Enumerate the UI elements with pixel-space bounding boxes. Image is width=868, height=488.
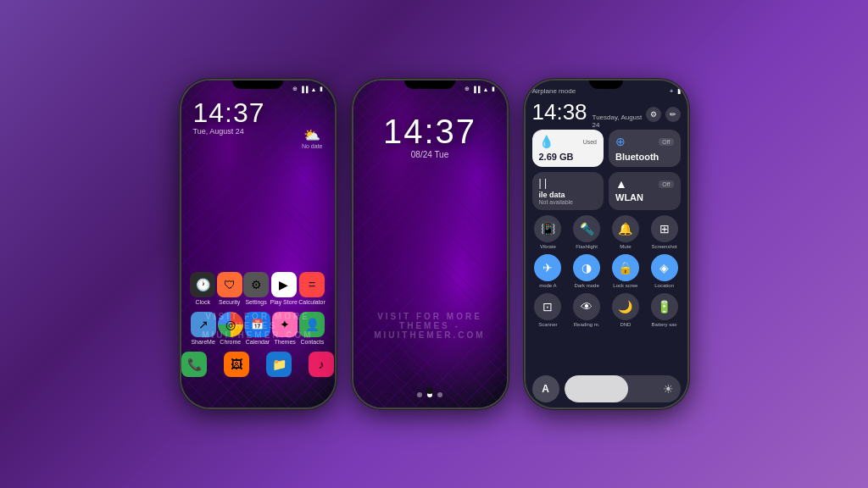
battery-icon-2: ▮: [492, 86, 495, 92]
app-security[interactable]: 🛡 Security: [217, 272, 242, 305]
ctrl-header-icons: + ▮: [670, 87, 681, 95]
ctrl-toggle-row-2: ✈ mode A ◑ Dark mode 🔒 Lock scree ◈ Loca…: [532, 254, 681, 288]
mobile-data-status: Not available: [539, 199, 598, 205]
app-gallery[interactable]: 🖼: [224, 352, 249, 377]
mute-btn[interactable]: 🔔 Mute: [612, 215, 639, 249]
dnd-icon: 🌙: [612, 293, 639, 320]
screenshot-icon: ⊞: [651, 215, 678, 242]
ctrl-bottom-row: A ☀: [532, 375, 681, 402]
no-date-label: No date: [302, 143, 323, 149]
app-icon-themes: ✦: [272, 312, 298, 337]
app-row-1: 🕐 Clock 🛡 Security ⚙ Settings ▶ Play Sto…: [190, 272, 326, 305]
bluetooth-off-label: Off: [659, 138, 673, 146]
scanner-btn[interactable]: ⊡ Scanner: [534, 293, 561, 327]
notch-3: [589, 80, 623, 89]
battery-save-label: Battery sav: [652, 322, 677, 327]
scanner-label: Scanner: [538, 322, 557, 327]
app-label-shareme: ShareMe: [191, 339, 214, 345]
app-phone[interactable]: 📞: [181, 352, 207, 377]
phone1-weather: ⛅ No date: [302, 127, 323, 149]
screenshot-label: Screenshot: [651, 244, 676, 249]
app-icon-shareme: ↗: [191, 312, 216, 337]
flashlight-btn[interactable]: 🔦 Flashlight: [573, 215, 600, 249]
app-contacts[interactable]: 👤 Contacts: [299, 312, 325, 345]
ctrl-date: Tuesday, August 24: [593, 114, 646, 129]
edit-icon-ctrl[interactable]: ✏: [665, 107, 681, 122]
app-icon-files: 📁: [266, 352, 292, 377]
app-calendar[interactable]: 📅 Calendar: [245, 312, 270, 345]
status-icons-2: ⊕ ▐▐ ▲ ▮: [465, 86, 495, 92]
ctrl-action-icons: ⚙ ✏: [646, 107, 681, 122]
signal-icon-2: ▐▐: [472, 86, 481, 92]
brightness-bar[interactable]: ☀: [565, 375, 681, 402]
phone1-time: 14:37: [193, 97, 265, 129]
ctrl-time-row: 14:38 Tuesday, August 24 ⚙ ✏: [526, 99, 687, 129]
plus-icon[interactable]: +: [670, 87, 674, 95]
app-icon-calculator: =: [299, 272, 325, 297]
a-button[interactable]: A: [532, 375, 559, 402]
app-shareme[interactable]: ↗ ShareMe: [191, 312, 216, 345]
vibrate-label: Vibrate: [540, 244, 556, 249]
app-playstore[interactable]: ▶ Play Store: [270, 272, 298, 305]
reading-btn[interactable]: 👁 Reading m.: [573, 293, 600, 327]
app-icon-security: 🛡: [217, 272, 242, 297]
lockscreen-icon: 🔒: [612, 254, 639, 281]
app-grid-1: 🕐 Clock 🛡 Security ⚙ Settings ▶ Play Sto…: [181, 272, 335, 384]
dot-3: [437, 392, 442, 397]
data-icon: 💧: [539, 135, 554, 148]
mute-icon: 🔔: [612, 215, 639, 242]
app-files[interactable]: 📁: [266, 352, 292, 377]
ctrl-bluetooth-card[interactable]: ⊕ Off Bluetooth: [609, 130, 681, 167]
location-btn[interactable]: ◈ Location: [651, 254, 678, 288]
phone-clock: ⊕ ▐▐ ▲ ▮ 14:37 08/24 Tue VISIT FOR MORE …: [352, 79, 509, 409]
dnd-label: DND: [620, 322, 631, 327]
airplane-label: mode A: [539, 283, 556, 288]
app-chrome[interactable]: ◎ Chrome: [218, 312, 243, 345]
location-icon: ◈: [651, 254, 678, 281]
app-label-settings: Settings: [245, 299, 266, 305]
notch-2: [404, 80, 455, 89]
wlan-off-label: Off: [659, 180, 673, 188]
ctrl-cards-section: 💧 Used 2.69 GB ⊕ Off Bluetooth: [532, 130, 681, 332]
ctrl-wlan-card[interactable]: ▲ Off WLAN: [609, 172, 681, 210]
ctrl-time: 14:38: [532, 99, 587, 125]
app-row-3: 📞 🖼 📁 ♪: [190, 352, 326, 377]
camera-hole-2: [426, 387, 433, 394]
dnd-btn[interactable]: 🌙 DND: [612, 293, 639, 327]
app-calculator[interactable]: = Calculator: [298, 272, 326, 305]
darkmode-btn[interactable]: ◑ Dark mode: [573, 254, 600, 288]
brightness-icon: ☀: [663, 382, 674, 396]
app-settings[interactable]: ⚙ Settings: [243, 272, 269, 305]
app-label-contacts: Contacts: [301, 339, 325, 345]
bluetooth-icon-1: ⊕: [292, 86, 298, 92]
battery-save-btn[interactable]: 🔋 Battery sav: [651, 293, 678, 327]
flashlight-label: Flashlight: [576, 244, 598, 249]
app-icon-calendar: 📅: [245, 312, 270, 337]
battery-icon-1: ▮: [320, 86, 323, 92]
scanner-icon: ⊡: [534, 293, 561, 320]
ctrl-mobile-card[interactable]: | | ile data Not available: [532, 172, 604, 210]
ctrl-time-section: 14:38 Tuesday, August 24: [532, 99, 646, 129]
notch-1: [232, 80, 283, 89]
phone2-date: 08/24 Tue: [411, 150, 448, 159]
wifi-icon-1: ▲: [311, 86, 317, 92]
airplane-btn[interactable]: ✈ mode A: [534, 254, 561, 288]
status-icons-1: ⊕ ▐▐ ▲ ▮: [292, 86, 323, 92]
dot-1: [417, 392, 422, 397]
lockscreen-btn[interactable]: 🔒 Lock scree: [612, 254, 639, 288]
ctrl-toggle-row-1: 📳 Vibrate 🔦 Flashlight 🔔 Mute ⊞ Screensh…: [532, 215, 681, 249]
reading-label: Reading m.: [574, 322, 600, 327]
ctrl-data-card[interactable]: 💧 Used 2.69 GB: [532, 130, 604, 167]
app-label-clock: Clock: [195, 299, 210, 305]
app-label-security: Security: [219, 299, 240, 305]
app-themes[interactable]: ✦ Themes: [272, 312, 298, 345]
settings-icon-ctrl[interactable]: ⚙: [646, 107, 661, 122]
screenshot-btn[interactable]: ⊞ Screenshot: [651, 215, 678, 249]
vibrate-icon: 📳: [534, 215, 561, 242]
app-music[interactable]: ♪: [309, 352, 334, 377]
vibrate-btn[interactable]: 📳 Vibrate: [534, 215, 561, 249]
signal-icon-1: ▐▐: [300, 86, 309, 92]
app-icon-phone: 📞: [181, 352, 207, 377]
app-clock[interactable]: 🕐 Clock: [190, 272, 215, 305]
phones-container: ⊕ ▐▐ ▲ ▮ 14:37 Tue, August 24 ⛅ No date …: [180, 79, 689, 409]
